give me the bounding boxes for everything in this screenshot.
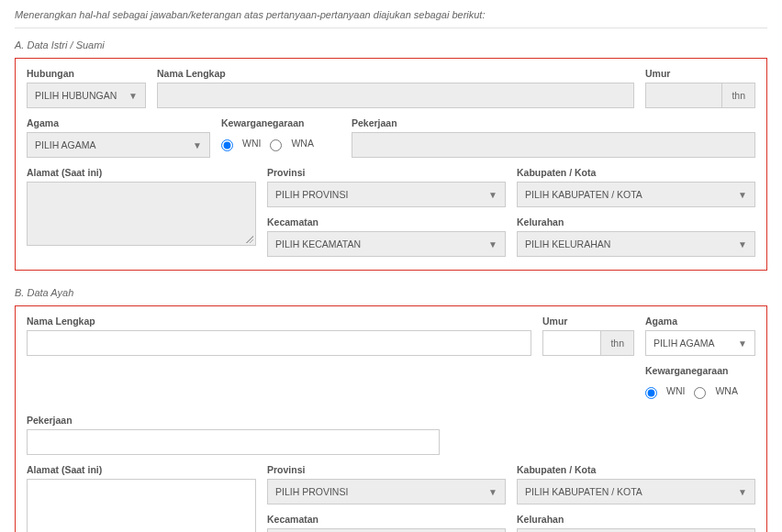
section-a-box: Hubungan PILIH HUBUNGAN ▼ Nama Lengkap U…: [15, 58, 767, 271]
agama-a-label: Agama: [27, 117, 210, 128]
kec-a-value: PILIH KECAMATAN: [275, 238, 361, 249]
nama-b-input[interactable]: [27, 330, 531, 356]
wni-b-radio[interactable]: [645, 387, 657, 399]
nama-b-label: Nama Lengkap: [27, 316, 531, 327]
kel-a-value: PILIH KELURAHAN: [525, 238, 610, 249]
chevron-down-icon: ▼: [488, 239, 497, 249]
kec-b-select[interactable]: PILIH KECAMATAN ▼: [267, 528, 506, 532]
umur-a-label: Umur: [645, 68, 755, 79]
wni-b-label: WNI: [666, 385, 685, 396]
section-b-box: Nama Lengkap Umur thn Agama PILIH AGAMA …: [15, 305, 767, 532]
kel-a-select[interactable]: PILIH KELURAHAN ▼: [517, 231, 755, 257]
pekerjaan-a-input[interactable]: [352, 132, 755, 158]
alamat-a-label: Alamat (Saat ini): [27, 167, 256, 178]
kab-a-value: PILIH KABUPATEN / KOTA: [525, 189, 642, 200]
pekerjaan-a-label: Pekerjaan: [352, 117, 755, 128]
prov-b-select[interactable]: PILIH PROVINSI ▼: [267, 479, 506, 504]
kec-b-label: Kecamatan: [267, 514, 506, 525]
wna-a-radio[interactable]: [270, 139, 282, 151]
kab-a-select[interactable]: PILIH KABUPATEN / KOTA ▼: [517, 182, 755, 207]
nama-a-label: Nama Lengkap: [157, 68, 634, 79]
pekerjaan-b-label: Pekerjaan: [27, 415, 440, 426]
wna-b-label: WNA: [715, 385, 738, 396]
kab-b-value: PILIH KABUPATEN / KOTA: [525, 486, 642, 497]
wni-a-label: WNI: [242, 138, 261, 149]
wna-b-radio[interactable]: [694, 387, 706, 399]
agama-b-select[interactable]: PILIH AGAMA ▼: [645, 330, 755, 356]
intro-text: Menerangkan hal-hal sebagai jawaban/kete…: [15, 9, 767, 20]
hubungan-select[interactable]: PILIH HUBUNGAN ▼: [27, 83, 146, 108]
kab-a-label: Kabupaten / Kota: [517, 167, 755, 178]
prov-b-value: PILIH PROVINSI: [275, 486, 348, 497]
umur-b-label: Umur: [542, 316, 634, 327]
kewarg-b-label: Kewarganegaraan: [645, 365, 755, 376]
kel-b-select[interactable]: PILIH KELURAHAN ▼: [517, 528, 755, 532]
section-a-title: A. Data Istri / Suami: [15, 39, 767, 50]
chevron-down-icon: ▼: [488, 190, 497, 200]
prov-a-label: Provinsi: [267, 167, 506, 178]
agama-b-label: Agama: [645, 316, 755, 327]
chevron-down-icon: ▼: [738, 190, 747, 200]
agama-b-value: PILIH AGAMA: [654, 338, 715, 349]
alamat-b-label: Alamat (Saat ini): [27, 464, 256, 475]
wna-a-label: WNA: [291, 138, 314, 149]
wni-a-radio[interactable]: [221, 139, 233, 151]
hubungan-value: PILIH HUBUNGAN: [35, 90, 117, 101]
kewarg-a-label: Kewarganegaraan: [221, 117, 341, 128]
hubungan-label: Hubungan: [27, 68, 146, 79]
prov-a-select[interactable]: PILIH PROVINSI ▼: [267, 182, 506, 207]
prov-b-label: Provinsi: [267, 464, 506, 475]
umur-b-suffix: thn: [601, 330, 634, 356]
alamat-b-textarea[interactable]: [27, 479, 256, 532]
kel-a-label: Kelurahan: [517, 216, 755, 227]
chevron-down-icon: ▼: [128, 91, 138, 101]
kab-b-select[interactable]: PILIH KABUPATEN / KOTA ▼: [517, 479, 755, 504]
kab-b-label: Kabupaten / Kota: [517, 464, 755, 475]
chevron-down-icon: ▼: [738, 487, 747, 497]
chevron-down-icon: ▼: [738, 338, 747, 349]
nama-a-input[interactable]: [157, 83, 634, 108]
pekerjaan-b-input[interactable]: [27, 429, 440, 455]
umur-b-input[interactable]: [542, 330, 601, 356]
section-b-title: B. Data Ayah: [15, 287, 767, 298]
agama-a-select[interactable]: PILIH AGAMA ▼: [27, 132, 210, 158]
chevron-down-icon: ▼: [193, 140, 202, 150]
kel-b-label: Kelurahan: [517, 514, 755, 525]
kec-a-select[interactable]: PILIH KECAMATAN ▼: [267, 231, 506, 257]
chevron-down-icon: ▼: [738, 239, 747, 249]
kec-a-label: Kecamatan: [267, 216, 506, 227]
umur-a-input[interactable]: [645, 83, 722, 108]
agama-a-value: PILIH AGAMA: [35, 139, 96, 150]
divider: [15, 28, 767, 28]
alamat-a-textarea[interactable]: [27, 182, 256, 246]
chevron-down-icon: ▼: [488, 487, 497, 497]
umur-a-suffix: thn: [722, 83, 755, 108]
prov-a-value: PILIH PROVINSI: [275, 189, 348, 200]
